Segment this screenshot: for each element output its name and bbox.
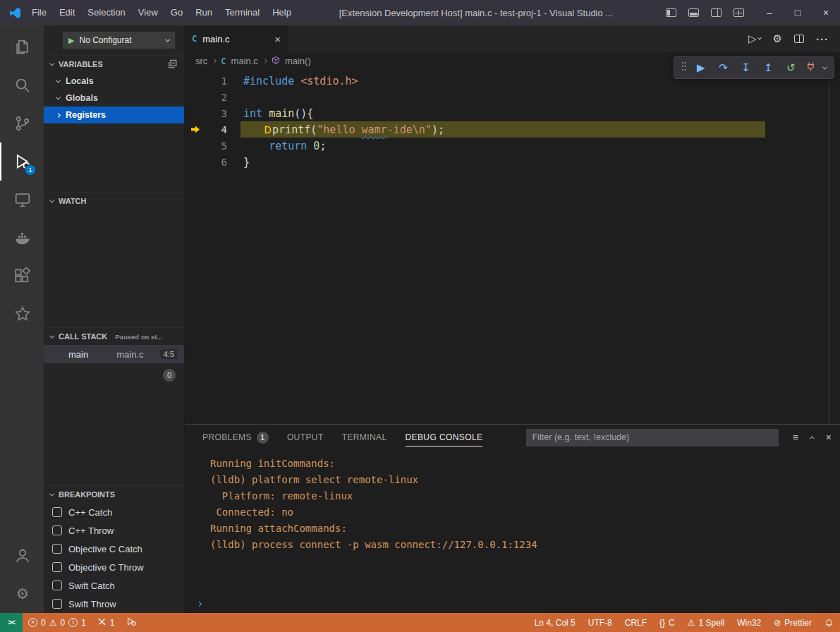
- breakpoint-item[interactable]: C++ Catch: [44, 503, 184, 521]
- close-tab-icon[interactable]: ×: [274, 33, 281, 45]
- activity-remote-explorer[interactable]: [0, 181, 44, 219]
- debug-toolbar-row: ▶ No Configurat: [44, 25, 184, 55]
- menu-view[interactable]: View: [132, 0, 164, 25]
- panel-header: PROBLEMS1OUTPUTTERMINALDEBUG CONSOLE ≡ ×: [185, 425, 840, 450]
- call-stack-frame[interactable]: mainmain.c4:5: [44, 345, 184, 363]
- checkbox-unchecked[interactable]: [52, 525, 62, 535]
- maximize-button[interactable]: □: [784, 0, 812, 25]
- activity-search[interactable]: [0, 66, 44, 104]
- checkbox-unchecked[interactable]: [52, 562, 62, 572]
- paused-status: Paused on st...: [115, 333, 162, 341]
- toggle-secondary-sidebar-icon[interactable]: [711, 8, 722, 17]
- tab-main-c[interactable]: C main.c ×: [185, 25, 288, 52]
- activity-run-and-debug[interactable]: 1: [0, 142, 44, 181]
- account-icon[interactable]: [0, 537, 44, 575]
- menu-terminal[interactable]: Terminal: [219, 0, 266, 25]
- menu-file[interactable]: File: [25, 0, 53, 25]
- menu-run[interactable]: Run: [189, 0, 219, 25]
- status-platform[interactable]: Win32: [731, 613, 767, 632]
- toggle-sidebar-icon[interactable]: [666, 8, 676, 17]
- menu-edit[interactable]: Edit: [53, 0, 81, 25]
- code-line-5[interactable]: 5 return 0;: [185, 138, 840, 154]
- variables-item-locals[interactable]: Locals: [44, 73, 184, 90]
- settings-gear-icon[interactable]: ⚙: [0, 575, 44, 613]
- activity-source-control[interactable]: [0, 104, 44, 142]
- code-line-4[interactable]: 4 printf("hello wamr-ide\n");: [185, 121, 840, 138]
- chevron-down-icon: [49, 333, 54, 338]
- panel-tab-terminal[interactable]: TERMINAL: [342, 425, 387, 450]
- variables-item-registers[interactable]: Registers: [44, 107, 184, 123]
- watch-section-header[interactable]: WATCH: [44, 193, 184, 209]
- split-editor-icon[interactable]: [794, 35, 804, 43]
- breakpoint-item[interactable]: C++ Throw: [44, 521, 184, 540]
- maximize-panel-icon[interactable]: [810, 436, 815, 441]
- step-into-button[interactable]: ↧: [738, 61, 754, 74]
- console-options-icon[interactable]: ≡: [793, 432, 798, 443]
- menubar: FileEditSelectionViewGoRunTerminalHelp: [25, 0, 298, 25]
- toggle-panel-icon[interactable]: [688, 8, 699, 17]
- start-debugging-icon[interactable]: ▶: [68, 36, 74, 45]
- checkbox-unchecked[interactable]: [52, 599, 62, 609]
- minimize-button[interactable]: –: [755, 0, 784, 25]
- status-formatter[interactable]: ⊘Prettier: [767, 613, 818, 632]
- breakpoints-section-header[interactable]: BREAKPOINTS: [44, 486, 184, 503]
- status-cursor-position[interactable]: Ln 4, Col 5: [528, 613, 582, 632]
- restart-button[interactable]: ↺: [783, 61, 798, 74]
- breadcrumb-file[interactable]: main.c: [231, 56, 258, 66]
- panel-tab-problems[interactable]: PROBLEMS1: [202, 425, 269, 450]
- panel-tab-output[interactable]: OUTPUT: [287, 425, 324, 450]
- activity-docker[interactable]: [0, 219, 44, 257]
- status-debug[interactable]: [121, 613, 142, 632]
- code-line-6[interactable]: 6}: [185, 154, 840, 170]
- checkbox-unchecked[interactable]: [52, 507, 62, 517]
- breadcrumb-src[interactable]: src: [195, 56, 207, 66]
- close-button[interactable]: ×: [812, 0, 840, 25]
- debug-console[interactable]: Running initCommands:(lldb) platform sel…: [185, 450, 840, 613]
- drag-handle[interactable]: [681, 61, 686, 75]
- editor-scrollbar[interactable]: [829, 70, 840, 424]
- breadcrumb-symbol[interactable]: main(): [285, 56, 311, 66]
- status-eol[interactable]: CRLF: [619, 613, 653, 632]
- menu-go[interactable]: Go: [164, 0, 189, 25]
- variables-section-header[interactable]: VARIABLES: [44, 56, 184, 73]
- breakpoint-item[interactable]: Objective C Throw: [44, 558, 184, 576]
- activity-favorites[interactable]: [0, 295, 44, 333]
- status-notifications[interactable]: [818, 613, 840, 632]
- console-output-line: Running attachCommands:: [185, 521, 840, 537]
- breakpoint-item[interactable]: Swift Catch: [44, 576, 184, 595]
- activity-explorer[interactable]: [0, 28, 44, 66]
- activity-extensions[interactable]: [0, 257, 44, 295]
- continue-button[interactable]: ▶: [693, 61, 709, 74]
- code-area[interactable]: 1#include <stdio.h>23int main(){4 printf…: [185, 70, 840, 424]
- settings-gear-icon[interactable]: ⚙: [773, 32, 782, 45]
- breakpoint-item[interactable]: Objective C Catch: [44, 540, 184, 558]
- code-line-2[interactable]: 2: [185, 89, 840, 105]
- console-filter-input[interactable]: [526, 429, 779, 446]
- status-encoding[interactable]: UTF-8: [582, 613, 619, 632]
- variables-item-globals[interactable]: Globals: [44, 90, 184, 107]
- status-toolchain[interactable]: 1: [92, 613, 121, 632]
- status-language-mode[interactable]: {}C: [653, 613, 681, 632]
- disconnect-button[interactable]: [805, 61, 816, 75]
- console-input[interactable]: [185, 595, 840, 613]
- checkbox-unchecked[interactable]: [52, 581, 62, 590]
- more-actions-icon[interactable]: ···: [816, 33, 829, 45]
- run-file-button[interactable]: ▷: [748, 32, 761, 45]
- call-stack-section-header[interactable]: CALL STACK Paused on st...: [44, 328, 184, 345]
- customize-layout-icon[interactable]: [734, 8, 744, 17]
- breakpoint-item[interactable]: Swift Throw: [44, 595, 184, 613]
- remote-indicator[interactable]: ><: [0, 613, 23, 632]
- status-problems[interactable]: × 0 ⚠ 0 i 1: [23, 613, 92, 632]
- menu-help[interactable]: Help: [266, 0, 298, 25]
- collapse-all-icon[interactable]: [168, 59, 178, 69]
- status-spell-checker[interactable]: ⚠1 Spell: [681, 613, 731, 632]
- panel-tab-debug-console[interactable]: DEBUG CONSOLE: [406, 425, 483, 450]
- step-over-button[interactable]: ↷: [716, 61, 731, 74]
- disconnect-dropdown-icon[interactable]: [822, 64, 827, 69]
- code-line-3[interactable]: 3int main(){: [185, 105, 840, 121]
- debug-config-dropdown[interactable]: ▶ No Configurat: [62, 31, 176, 49]
- step-out-button[interactable]: ↥: [760, 61, 776, 74]
- menu-selection[interactable]: Selection: [81, 0, 131, 25]
- checkbox-unchecked[interactable]: [52, 544, 62, 554]
- close-panel-icon[interactable]: ×: [826, 432, 832, 443]
